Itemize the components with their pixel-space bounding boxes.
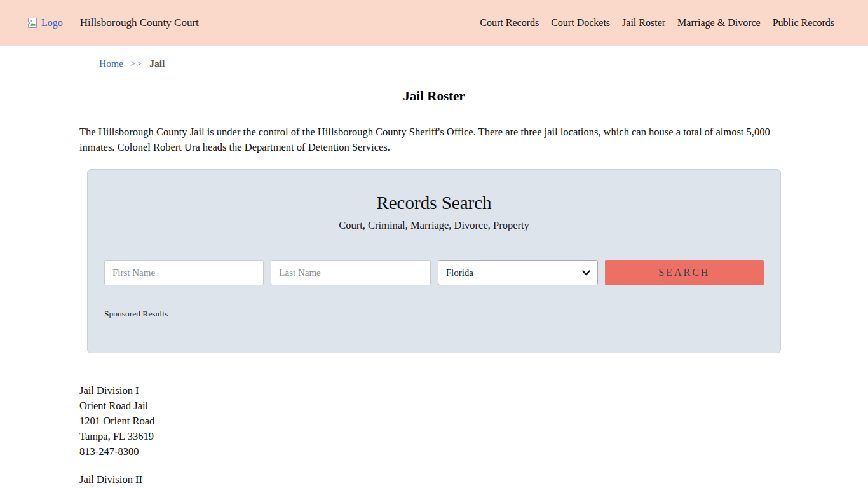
state-select-wrap: Florida bbox=[438, 260, 598, 285]
site-title: Hillsborough County Court bbox=[80, 17, 199, 29]
broken-image-icon bbox=[25, 17, 38, 29]
nav-court-records[interactable]: Court Records bbox=[480, 17, 539, 29]
header: Logo Hillsborough County Court Court Rec… bbox=[0, 0, 868, 46]
breadcrumb-separator: >> bbox=[130, 58, 142, 69]
jail-locations: Jail Division I Orient Road Jail 1201 Or… bbox=[79, 383, 789, 487]
nav-jail-roster[interactable]: Jail Roster bbox=[622, 17, 665, 29]
breadcrumb: Home >> Jail bbox=[99, 58, 868, 69]
location-line: Orient Road Jail bbox=[79, 398, 789, 414]
page-title: Jail Roster bbox=[0, 88, 868, 104]
location-line: 813-247-8300 bbox=[79, 444, 789, 459]
nav-marriage-divorce[interactable]: Marriage & Divorce bbox=[677, 17, 761, 29]
main-nav: Court Records Court Dockets Jail Roster … bbox=[480, 17, 834, 29]
search-form-row: Florida SEARCH bbox=[104, 260, 764, 285]
location-line: Jail Division II bbox=[79, 472, 789, 487]
location-line: Jail Division I bbox=[79, 383, 789, 398]
location-line: Tampa, FL 33619 bbox=[79, 429, 789, 444]
records-search-subtitle: Court, Criminal, Marriage, Divorce, Prop… bbox=[104, 219, 764, 232]
sponsored-results-label: Sponsored Results bbox=[104, 309, 764, 319]
jail-division-2: Jail Division II bbox=[79, 472, 789, 487]
location-line: 1201 Orient Road bbox=[79, 414, 789, 429]
state-select[interactable]: Florida bbox=[438, 260, 598, 285]
nav-public-records[interactable]: Public Records bbox=[773, 17, 834, 29]
intro-paragraph: The Hillsborough County Jail is under th… bbox=[79, 125, 789, 154]
logo[interactable]: Logo bbox=[25, 17, 63, 29]
first-name-input[interactable] bbox=[104, 260, 264, 285]
breadcrumb-current: Jail bbox=[149, 58, 165, 69]
nav-court-dockets[interactable]: Court Dockets bbox=[551, 17, 610, 29]
records-search-panel: Records Search Court, Criminal, Marriage… bbox=[87, 169, 781, 353]
search-button[interactable]: SEARCH bbox=[605, 260, 764, 285]
last-name-input[interactable] bbox=[271, 260, 430, 285]
breadcrumb-home-link[interactable]: Home bbox=[99, 58, 123, 69]
logo-alt-text: Logo bbox=[41, 17, 63, 29]
jail-division-1: Jail Division I Orient Road Jail 1201 Or… bbox=[79, 383, 789, 459]
records-search-title: Records Search bbox=[104, 193, 764, 214]
